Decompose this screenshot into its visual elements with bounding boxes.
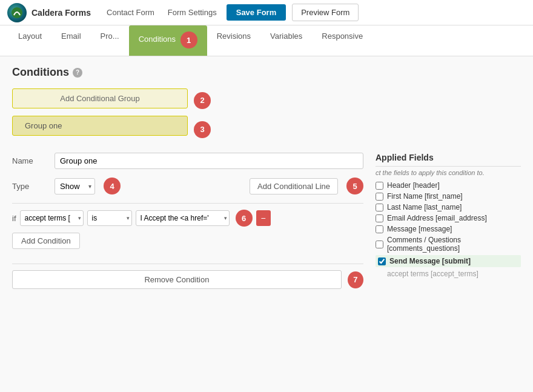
logo-area: Caldera Forms <box>7 3 91 22</box>
accept-terms-note: accept terms [accept_terms] <box>387 270 521 278</box>
field-last-name: Last Name [last_name] <box>376 203 521 211</box>
form-settings-link[interactable]: Form Settings <box>164 8 220 17</box>
condition-line: if accept terms [ is is not contains I A <box>12 210 363 227</box>
app-name: Caldera Forms <box>31 8 91 18</box>
field-first-name-checkbox[interactable] <box>376 193 383 201</box>
field-email-checkbox[interactable] <box>376 214 383 222</box>
page-title: Conditions ? <box>12 66 521 79</box>
remove-condition-button[interactable]: Remove Condition <box>12 270 342 289</box>
divider2 <box>12 264 363 264</box>
field-header-label: Header [header] <box>387 181 440 190</box>
tab-responsive[interactable]: Responsive <box>312 25 372 56</box>
applied-fields-hint: ct the fields to apply this condition to… <box>376 169 521 176</box>
tab-processors[interactable]: Pro... <box>91 25 129 56</box>
tab-email[interactable]: Email <box>51 25 91 56</box>
field-message-label: Message [message] <box>387 225 452 233</box>
field-comments-checkbox[interactable] <box>376 241 383 248</box>
condition-value-wrapper: I Accept the <a href=' <box>136 210 230 226</box>
contact-form-link[interactable]: Contact Form <box>103 8 158 17</box>
divider <box>12 203 363 204</box>
field-send-message: Send Message [submit] <box>376 255 521 267</box>
type-select[interactable]: Show Hide <box>55 178 95 194</box>
field-email-address: Email Address [email_address] <box>376 214 521 222</box>
name-label: Name <box>12 156 48 165</box>
field-header-checkbox[interactable] <box>376 182 383 190</box>
remove-badge: 7 <box>348 271 363 288</box>
top-bar: Caldera Forms Contact Form Form Settings… <box>0 0 533 25</box>
add-group-badge: 2 <box>194 92 211 109</box>
help-icon[interactable]: ? <box>73 68 82 78</box>
caldera-logo-icon <box>7 3 27 22</box>
page-content: Conditions ? Add Conditional Group 2 Gro… <box>0 56 533 392</box>
type-label: Type <box>12 182 48 191</box>
applied-fields-title: Applied Fields <box>376 153 521 167</box>
field-email-label: Email Address [email_address] <box>387 214 487 222</box>
tab-variables[interactable]: Variables <box>260 25 312 56</box>
field-send-message-checkbox[interactable] <box>378 257 386 265</box>
condition-op-wrapper: is is not contains <box>87 210 132 226</box>
preview-form-button[interactable]: Preview Form <box>292 4 359 21</box>
tab-revisions[interactable]: Revisions <box>207 25 260 56</box>
field-last-name-label: Last Name [last_name] <box>387 203 462 211</box>
tab-navigation: Layout Email Pro... Conditions 1 Revisio… <box>0 25 533 56</box>
name-input[interactable] <box>55 153 363 169</box>
field-first-name: First Name [first_name] <box>376 192 521 201</box>
type-row: Type Show Hide 4 Add Conditional Line 5 <box>12 178 363 194</box>
add-line-badge: 5 <box>346 178 363 194</box>
group-badge: 3 <box>194 121 211 138</box>
field-message-checkbox[interactable] <box>376 225 383 233</box>
condition-line-badge: 6 <box>236 210 253 227</box>
condition-value-select[interactable]: I Accept the <a href=' <box>136 210 230 226</box>
conditions-badge: 1 <box>180 32 197 48</box>
conditions-left: Name Type Show Hide 4 Add Conditional Li… <box>12 153 363 289</box>
name-row: Name <box>12 153 363 169</box>
tab-layout[interactable]: Layout <box>8 25 51 56</box>
add-conditional-line-button[interactable]: Add Conditional Line <box>250 178 338 194</box>
type-select-wrapper: Show Hide <box>55 178 95 194</box>
field-header: Header [header] <box>376 181 521 190</box>
add-conditional-group-button[interactable]: Add Conditional Group <box>12 88 188 108</box>
field-comments-label: Comments / Questions [comments_questions… <box>387 236 521 253</box>
field-first-name-label: First Name [first_name] <box>387 192 463 201</box>
condition-field-wrapper: accept terms [ <box>20 210 84 226</box>
applied-fields-panel: Applied Fields ct the fields to apply th… <box>376 153 521 289</box>
field-last-name-checkbox[interactable] <box>376 204 383 211</box>
condition-op-select[interactable]: is is not contains <box>87 210 132 226</box>
conditions-title: Conditions <box>12 66 69 79</box>
save-form-button[interactable]: Save Form <box>227 4 286 21</box>
field-comments: Comments / Questions [comments_questions… <box>376 236 521 253</box>
remove-condition-line-button[interactable]: − <box>256 210 271 226</box>
add-condition-button[interactable]: Add Condition <box>12 233 80 249</box>
field-send-message-label: Send Message [submit] <box>389 257 471 265</box>
condition-field-select[interactable]: accept terms [ <box>20 210 84 226</box>
group-one-item[interactable]: Group one <box>12 116 188 136</box>
tab-conditions[interactable]: Conditions 1 <box>129 25 207 56</box>
type-badge: 4 <box>104 178 121 194</box>
conditions-main: Name Type Show Hide 4 Add Conditional Li… <box>12 153 521 289</box>
if-label: if <box>12 214 16 223</box>
field-message: Message [message] <box>376 225 521 233</box>
